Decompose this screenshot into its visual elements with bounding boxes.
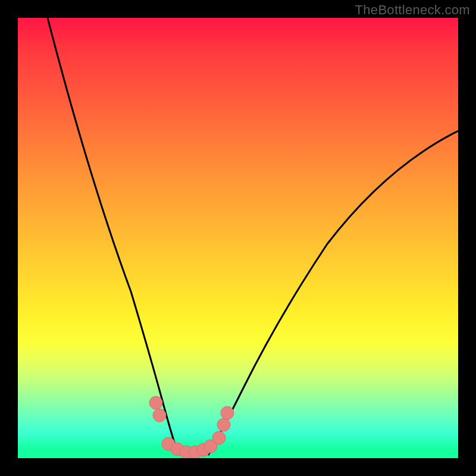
watermark-text: TheBottleneck.com xyxy=(355,2,470,18)
svg-point-10 xyxy=(221,406,234,419)
svg-point-1 xyxy=(153,409,166,422)
svg-point-0 xyxy=(149,396,162,409)
svg-point-8 xyxy=(212,431,226,444)
right-curve xyxy=(208,131,458,455)
chart-frame: TheBottleneck.com xyxy=(0,0,476,476)
left-curve xyxy=(48,18,178,455)
chart-svg xyxy=(18,18,458,458)
svg-point-9 xyxy=(217,418,230,431)
plot-area xyxy=(18,18,458,458)
highlight-dots xyxy=(149,396,234,458)
